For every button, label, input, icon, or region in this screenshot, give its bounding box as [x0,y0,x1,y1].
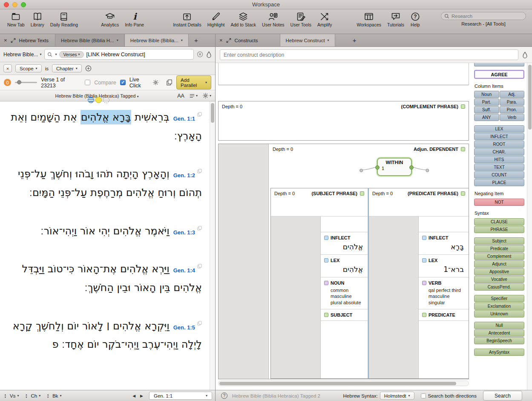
phrase-checkbox[interactable] [461,147,465,151]
palette-adj-button[interactable]: Adj. [500,91,525,98]
item-checkbox[interactable] [324,236,328,240]
palette-appositive-button[interactable]: Appositive [474,268,524,275]
verse-search-field[interactable]: ▾ Verses ▾ [LINK Hebrew Construct] [44,49,194,60]
item-checkbox[interactable] [324,258,328,263]
noun-detail[interactable]: common masculine plural absolute [331,287,363,306]
palette-vocative-button[interactable]: Vocative [474,276,524,283]
slider-knob[interactable] [17,80,21,84]
canvas-horizontal-scrollbar[interactable] [218,381,469,386]
highlight-button[interactable]: Highlight [204,11,228,28]
item-checkbox[interactable] [324,281,328,285]
zoom-window-button[interactable] [21,2,26,7]
palette-adjunct-button[interactable]: Adjunct [474,260,524,268]
right-pane-scrollbar[interactable] [527,63,532,390]
scrollbar-thumb[interactable] [211,103,214,123]
palette-root-button[interactable]: ROOT [474,141,524,148]
item-checkbox[interactable] [422,258,426,263]
research-search-input[interactable] [451,14,523,19]
display-settings-gear-dropdown[interactable]: ▾ [202,92,211,99]
live-click-settings-gear-icon[interactable] [152,79,159,86]
history-forward-button[interactable]: ▶ [139,394,144,398]
user-tools-button[interactable]: User Tools [288,11,314,28]
line-spacing-dropdown[interactable]: ▾ [189,93,198,99]
syntax-database-dropdown[interactable]: Holmstedt ▾ [380,392,414,400]
new-tab-button[interactable]: New Tab [4,11,28,28]
selected-words[interactable]: בָּרָא אֱלֹהִים [81,110,132,124]
palette-phrase-button[interactable]: PHRASE [474,226,524,233]
palette-subject-button[interactable]: Subject [474,237,524,245]
verse-reference[interactable]: Gen. 1:3 [173,229,195,236]
help-button[interactable]: ? Help [407,11,423,28]
tab-hebrew-bible-2[interactable]: Hebrew Bible (Biblia... ▾ [124,34,189,46]
instant-details-button[interactable]: Instant Details [170,11,204,28]
predicate-syntax-item[interactable]: PREDICATE [419,309,469,321]
palette-null-button[interactable]: Null [474,322,524,329]
lex-item[interactable]: LEX ברא־1 [419,254,469,277]
verb-detail[interactable]: qal perfect third masculine singular [428,287,464,306]
add-parallel-button[interactable]: Add Parallel ▾ [176,75,211,89]
palette-suff-button[interactable]: Suff. [474,106,499,113]
palette-place-button[interactable]: PLACE [474,179,524,186]
palette-partial-button[interactable] [474,63,524,66]
font-size-button[interactable]: AA [177,93,184,99]
palette-count-button[interactable]: COUNT [474,171,524,179]
close-pane-icon[interactable]: × [4,38,7,43]
left-pane-scrollbar[interactable] [210,101,215,390]
item-checkbox[interactable] [422,313,426,317]
search-details-drop-icon[interactable] [206,51,212,58]
construct-panel-partial[interactable] [218,63,469,85]
hebrew-text-area[interactable]: Gen. 1:1בְּרֵאשִׁית בָּרָא אֱלֹהִים אֵת … [0,101,210,390]
verse-slider[interactable] [15,82,37,83]
palette-inflect-button[interactable]: INFLECT [474,133,524,140]
inflect-item[interactable]: INFLECT בָּרָא [419,232,469,254]
palette-specifier-button[interactable]: Specifier [474,295,524,302]
palette-para-button[interactable]: Para. [500,98,525,106]
palette-verb-button[interactable]: Verb [500,114,525,121]
search-details-drop-icon[interactable] [522,52,528,58]
workspaces-button[interactable]: Workspaces [354,11,384,28]
verse-copy-icon[interactable] [197,112,202,117]
palette-unknown-button[interactable]: Unknown [474,310,524,317]
palette-any-button[interactable]: ANY [474,114,499,121]
add-tab-button[interactable]: + [347,34,362,46]
highlight-style-striped-button[interactable] [88,97,94,103]
verse-reference[interactable]: Gen. 1:2 [173,172,195,179]
detach-pane-icon[interactable] [226,38,231,43]
library-button[interactable]: Library [28,11,47,28]
verse-unit-dropdown[interactable]: Vs▾ [10,393,19,398]
add-tab-button[interactable]: + [189,34,204,46]
phrase-checkbox[interactable] [461,191,465,196]
current-reference-dropdown[interactable]: Gen. 1:1 ▾ [149,392,212,400]
item-checkbox[interactable] [324,313,328,317]
palette-agree-button[interactable]: AGREE [474,70,524,79]
item-checkbox[interactable] [422,281,426,285]
within-condition-bubble[interactable]: WITHIN 1 [377,158,412,176]
daily-reading-button[interactable]: Daily Reading [47,11,81,28]
verse-stepper[interactable]: ▴▾ [3,393,8,398]
palette-complement-button[interactable]: Complement [474,253,524,260]
construct-search-button[interactable]: Search [483,391,522,401]
research-search-field[interactable] [441,12,526,20]
tab-hebrew-construct[interactable]: Hebrew Construct ▾ [280,34,335,46]
chapter-dropdown[interactable]: Chapter ▾ [52,64,82,72]
noun-item[interactable]: NOUN common masculine plural absolute [321,277,368,309]
verse-copy-icon[interactable] [197,321,202,326]
scrollbar-thumb[interactable] [528,65,532,130]
palette-part-button[interactable]: Part. [474,98,499,106]
duplicate-pane-icon[interactable] [166,79,173,86]
scrollbar-thumb[interactable] [219,382,456,385]
close-pane-icon[interactable]: × [219,38,223,43]
detach-pane-icon[interactable] [11,38,16,43]
palette-text-button[interactable]: TEXT [474,164,524,171]
adjunct-dependent-panel[interactable]: Depth = 0 Adjun. DEPENDENT WITHIN 1 [218,144,469,379]
minimize-window-button[interactable] [12,2,17,7]
palette-antecedent-button[interactable]: Antecedent [474,329,524,337]
palette-noun-button[interactable]: Noun [474,91,499,98]
palette-anysyntax-button[interactable]: AnySyntax [474,349,524,356]
palette-not-button[interactable]: NOT [474,199,524,206]
verse-reference[interactable]: Gen. 1:1 [173,115,195,122]
palette-predicate-button[interactable]: Predicate [474,245,524,252]
palette-casuspend-button[interactable]: CasusPend. [474,283,524,291]
predicate-phrase-panel[interactable]: Depth = 0 (PREDICATE PHRASE) INFLECT בָּ… [368,188,469,379]
verse-copy-icon[interactable] [197,226,202,231]
